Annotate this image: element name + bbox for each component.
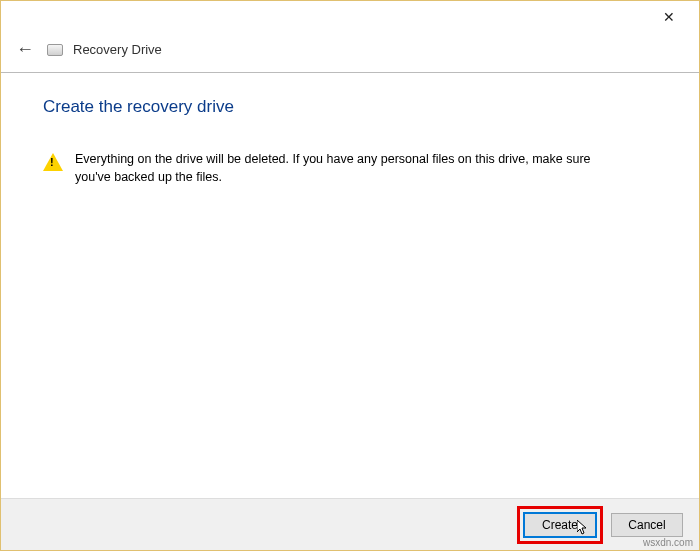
back-button[interactable]: ← xyxy=(13,39,37,60)
app-title: Recovery Drive xyxy=(73,42,162,57)
create-button-label: Create xyxy=(542,518,578,532)
cancel-button-label: Cancel xyxy=(628,518,665,532)
cancel-button[interactable]: Cancel xyxy=(611,513,683,537)
header-row: ← Recovery Drive xyxy=(1,33,699,72)
content-area: Create the recovery drive Everything on … xyxy=(1,73,699,186)
page-heading: Create the recovery drive xyxy=(43,97,659,117)
close-button[interactable]: ✕ xyxy=(647,3,691,31)
watermark: wsxdn.com xyxy=(643,537,693,548)
highlight-box: Create xyxy=(517,506,603,544)
warning-row: Everything on the drive will be deleted.… xyxy=(43,151,659,186)
close-icon: ✕ xyxy=(663,9,675,25)
footer: Create Cancel xyxy=(1,498,699,550)
warning-icon xyxy=(43,153,63,171)
cursor-icon xyxy=(577,520,589,536)
drive-icon xyxy=(47,44,63,56)
titlebar: ✕ xyxy=(1,1,699,33)
warning-text: Everything on the drive will be deleted.… xyxy=(75,151,595,186)
create-button[interactable]: Create xyxy=(524,513,596,537)
